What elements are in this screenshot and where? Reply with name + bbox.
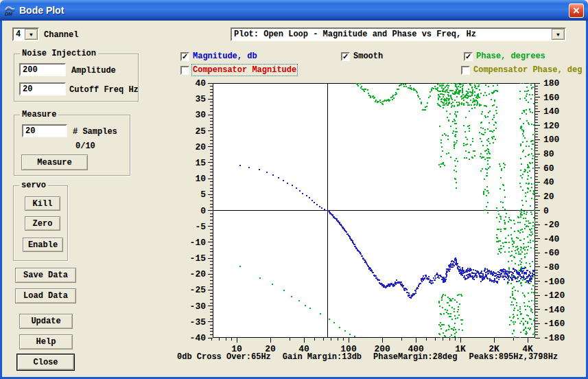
app-icon: DM xyxy=(4,5,16,16)
svg-text:-40: -40 xyxy=(190,333,207,343)
svg-text:10: 10 xyxy=(195,174,206,184)
samples-label: # Samples xyxy=(73,127,117,137)
window-title: Bode Plot xyxy=(19,5,64,16)
status-gain-margin: Gain Margin:13db xyxy=(283,352,362,362)
plot-type-value: Plot: Open Loop - Magnitude and Phase vs… xyxy=(232,29,552,40)
chevron-down-icon: ▼ xyxy=(30,32,33,38)
svg-text:20: 20 xyxy=(543,192,554,202)
svg-text:40: 40 xyxy=(298,344,309,352)
close-icon: ✕ xyxy=(573,5,580,16)
svg-text:20: 20 xyxy=(265,344,276,352)
svg-text:180: 180 xyxy=(543,78,560,89)
svg-text:400: 400 xyxy=(408,344,424,352)
plot-type-select[interactable]: Plot: Open Loop - Magnitude and Phase vs… xyxy=(231,27,566,41)
svg-text:-120: -120 xyxy=(543,290,565,301)
svg-text:25: 25 xyxy=(195,126,206,137)
measure-button[interactable]: Measure xyxy=(21,154,88,170)
amplitude-label: Amplitude xyxy=(71,66,116,76)
svg-text:-20: -20 xyxy=(543,220,560,230)
status-bar: 0db Cross Over:65Hz Gain Margin:13db Pha… xyxy=(177,352,558,362)
compensator-phase-checkbox[interactable] xyxy=(461,66,470,75)
measure-group-title: Measure xyxy=(20,110,58,119)
bode-plot-canvas: -40-35-30-25-20-15-10-50510152025303540-… xyxy=(175,77,588,352)
bode-plot-window: DM Bode Plot ✕ 4 ▼ Channel Plot: Open Lo… xyxy=(0,0,588,379)
svg-text:140: 140 xyxy=(543,106,560,117)
channel-select[interactable]: 4 ▼ xyxy=(12,27,39,41)
svg-text:40: 40 xyxy=(195,78,206,89)
kill-button[interactable]: Kill xyxy=(25,196,60,211)
samples-input[interactable] xyxy=(22,124,67,137)
svg-text:-100: -100 xyxy=(543,277,565,287)
title-bar: DM Bode Plot ✕ xyxy=(0,0,588,21)
chevron-down-icon: ▼ xyxy=(556,32,560,38)
svg-text:0: 0 xyxy=(543,206,549,216)
svg-text:-80: -80 xyxy=(543,262,560,273)
phase-checkbox[interactable]: ✓ xyxy=(464,52,473,61)
enable-button[interactable]: Enable xyxy=(23,238,63,252)
help-button[interactable]: Help xyxy=(19,334,73,349)
svg-text:35: 35 xyxy=(195,94,206,104)
channel-dropdown-arrow[interactable]: ▼ xyxy=(25,29,38,40)
smooth-checkbox[interactable]: ✓ xyxy=(341,52,350,61)
svg-text:-30: -30 xyxy=(190,301,207,312)
cutoff-freq-label: Cutoff Freq Hz xyxy=(69,85,139,95)
svg-text:120: 120 xyxy=(543,121,560,131)
channel-label: Channel xyxy=(44,30,78,40)
compensator-phase-checkbox-label: Compensator Phase, deg xyxy=(473,65,582,75)
svg-text:-160: -160 xyxy=(543,319,565,329)
load-data-button[interactable]: Load Data xyxy=(15,288,76,303)
svg-text:100: 100 xyxy=(340,344,357,352)
svg-text:-25: -25 xyxy=(190,285,207,295)
svg-text:160: 160 xyxy=(543,93,560,103)
svg-text:60: 60 xyxy=(543,163,554,174)
svg-text:-5: -5 xyxy=(195,222,206,232)
status-crossover: 0db Cross Over:65Hz xyxy=(177,352,271,362)
phase-checkbox-label: Phase, degrees xyxy=(476,51,545,61)
svg-text:30: 30 xyxy=(195,110,206,120)
close-button[interactable]: Close xyxy=(17,354,74,370)
magnitude-checkbox-label: Magnitude, db xyxy=(193,51,257,61)
svg-text:200: 200 xyxy=(374,344,390,352)
svg-text:-40: -40 xyxy=(543,234,560,244)
amplitude-input[interactable] xyxy=(19,63,66,76)
svg-text:-140: -140 xyxy=(543,305,565,315)
status-phase-margin: PhaseMargin:28deg xyxy=(373,352,457,362)
svg-text:1K: 1K xyxy=(455,344,466,352)
noise-injection-group-title: Noise Injection xyxy=(20,49,98,58)
plot-type-dropdown-arrow[interactable]: ▼ xyxy=(552,29,565,40)
svg-text:0: 0 xyxy=(200,206,206,216)
status-peaks: Peaks:895Hz,3798Hz xyxy=(469,352,558,362)
svg-text:4K: 4K xyxy=(522,344,533,352)
servo-group-title: servo xyxy=(19,181,48,190)
magnitude-checkbox[interactable]: ✓ xyxy=(180,52,189,61)
save-data-button[interactable]: Save Data xyxy=(15,268,76,283)
compensator-magnitude-checkbox-label: Compensator Magnitude xyxy=(193,65,296,75)
svg-text:100: 100 xyxy=(543,135,560,145)
svg-text:-35: -35 xyxy=(190,317,207,328)
svg-text:-15: -15 xyxy=(190,253,207,264)
measure-progress: 0/10 xyxy=(75,141,95,151)
svg-text:DM: DM xyxy=(5,12,12,16)
close-window-button[interactable]: ✕ xyxy=(569,3,584,18)
zero-button[interactable]: Zero xyxy=(25,216,60,231)
window-border-left xyxy=(0,21,2,379)
svg-text:-10: -10 xyxy=(190,238,207,248)
svg-text:-20: -20 xyxy=(190,269,207,279)
svg-text:40: 40 xyxy=(543,177,554,187)
svg-text:-60: -60 xyxy=(543,248,560,258)
compensator-magnitude-checkbox[interactable] xyxy=(180,66,189,75)
svg-text:5: 5 xyxy=(200,190,206,200)
svg-text:2K: 2K xyxy=(489,344,499,352)
update-button[interactable]: Update xyxy=(19,314,73,329)
svg-text:80: 80 xyxy=(543,149,554,159)
svg-text:-180: -180 xyxy=(543,333,565,343)
svg-text:15: 15 xyxy=(195,158,206,168)
svg-text:20: 20 xyxy=(195,142,206,152)
channel-value: 4 xyxy=(14,29,25,40)
svg-text:10: 10 xyxy=(231,344,242,352)
smooth-checkbox-label: Smooth xyxy=(353,51,383,61)
cutoff-freq-input[interactable] xyxy=(19,82,66,95)
